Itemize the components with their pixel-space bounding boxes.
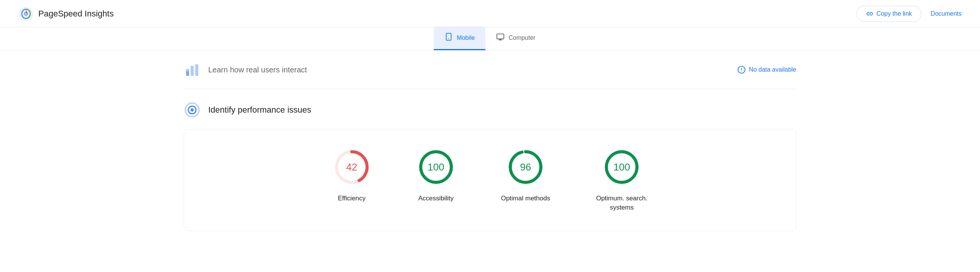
score-value-accessibility: 100 bbox=[428, 161, 444, 173]
performance-section-header: Identify performance issues bbox=[184, 102, 796, 118]
tab-mobile-label: Mobile bbox=[457, 34, 475, 41]
gauge-efficiency: 42 bbox=[333, 148, 371, 186]
logo-area: PageSpeed Insights bbox=[18, 6, 114, 21]
no-data-area: No data available bbox=[737, 66, 796, 74]
score-card: 42 Efficiency 100 Accessibility bbox=[184, 129, 796, 231]
score-item-efficiency: 42 Efficiency bbox=[333, 148, 371, 212]
svg-rect-7 bbox=[191, 66, 194, 76]
svg-rect-9 bbox=[186, 71, 189, 76]
tab-computer[interactable]: Computer bbox=[485, 26, 546, 50]
score-item-accessibility: 100 Accessibility bbox=[417, 148, 455, 212]
gauge-optimal: 96 bbox=[506, 148, 545, 186]
mobile-icon bbox=[444, 33, 453, 43]
score-value-efficiency: 42 bbox=[346, 161, 357, 173]
score-value-optimal: 96 bbox=[520, 161, 531, 173]
app-title: PageSpeed Insights bbox=[38, 9, 114, 19]
performance-section: Identify performance issues 42 Efficienc… bbox=[184, 89, 796, 231]
main-content: Learn how real users interact No data av… bbox=[107, 51, 873, 231]
svg-point-13 bbox=[191, 108, 194, 111]
score-label-optimal: Optimal methods bbox=[501, 194, 550, 203]
computer-icon bbox=[496, 33, 505, 43]
tab-mobile[interactable]: Mobile bbox=[434, 26, 485, 50]
copy-link-button[interactable]: Copy the link bbox=[856, 6, 922, 22]
score-item-optimal: 96 Optimal methods bbox=[501, 148, 550, 212]
no-data-label: No data available bbox=[749, 66, 796, 73]
performance-icon bbox=[184, 102, 201, 118]
documents-link[interactable]: Documents bbox=[931, 10, 962, 17]
learn-section-left: Learn how real users interact bbox=[184, 61, 307, 78]
copy-link-label: Copy the link bbox=[877, 10, 912, 17]
svg-rect-8 bbox=[195, 64, 198, 76]
score-label-accessibility: Accessibility bbox=[418, 194, 454, 203]
header-actions: Copy the link Documents bbox=[856, 6, 962, 22]
tab-computer-label: Computer bbox=[508, 34, 535, 41]
tabs-bar: Mobile Computer bbox=[0, 28, 980, 51]
gauge-accessibility: 100 bbox=[417, 148, 455, 186]
link-icon bbox=[866, 10, 874, 18]
svg-point-4 bbox=[448, 38, 449, 39]
score-value-search: 100 bbox=[614, 161, 630, 173]
header: PageSpeed Insights Copy the link Documen… bbox=[0, 0, 980, 28]
svg-point-14 bbox=[187, 109, 189, 111]
gauge-search: 100 bbox=[603, 148, 641, 186]
svg-rect-5 bbox=[497, 34, 504, 39]
learn-section: Learn how real users interact No data av… bbox=[184, 51, 796, 89]
learn-section-text: Learn how real users interact bbox=[208, 66, 307, 74]
info-circle-icon bbox=[737, 66, 746, 74]
pagespeed-logo bbox=[18, 6, 34, 21]
bar-chart-icon bbox=[184, 61, 201, 78]
score-label-search: Optimum. search.systems bbox=[596, 194, 647, 212]
score-label-efficiency: Efficiency bbox=[338, 194, 365, 203]
score-item-search: 100 Optimum. search.systems bbox=[596, 148, 647, 212]
performance-section-title: Identify performance issues bbox=[208, 105, 311, 115]
